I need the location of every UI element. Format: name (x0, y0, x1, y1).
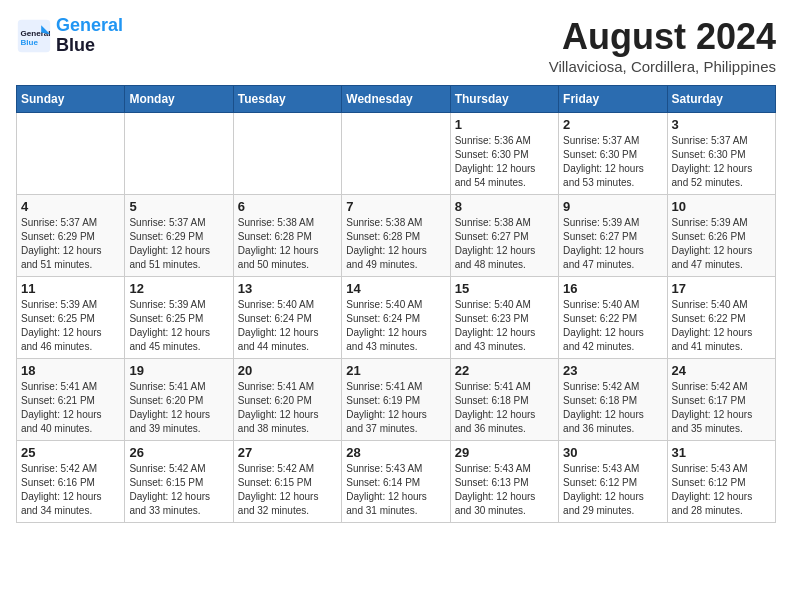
day-number: 1 (455, 117, 554, 132)
month-year: August 2024 (549, 16, 776, 58)
day-info: Sunrise: 5:39 AM Sunset: 6:26 PM Dayligh… (672, 216, 771, 272)
day-info: Sunrise: 5:38 AM Sunset: 6:27 PM Dayligh… (455, 216, 554, 272)
day-cell: 28Sunrise: 5:43 AM Sunset: 6:14 PM Dayli… (342, 441, 450, 523)
day-info: Sunrise: 5:37 AM Sunset: 6:30 PM Dayligh… (672, 134, 771, 190)
day-number: 12 (129, 281, 228, 296)
calendar-body: 1Sunrise: 5:36 AM Sunset: 6:30 PM Daylig… (17, 113, 776, 523)
day-info: Sunrise: 5:42 AM Sunset: 6:17 PM Dayligh… (672, 380, 771, 436)
header-row: SundayMondayTuesdayWednesdayThursdayFrid… (17, 86, 776, 113)
day-info: Sunrise: 5:41 AM Sunset: 6:20 PM Dayligh… (238, 380, 337, 436)
calendar-header: SundayMondayTuesdayWednesdayThursdayFrid… (17, 86, 776, 113)
day-info: Sunrise: 5:40 AM Sunset: 6:22 PM Dayligh… (672, 298, 771, 354)
day-cell: 8Sunrise: 5:38 AM Sunset: 6:27 PM Daylig… (450, 195, 558, 277)
logo-icon: General Blue (16, 18, 52, 54)
day-number: 26 (129, 445, 228, 460)
day-number: 17 (672, 281, 771, 296)
day-cell: 31Sunrise: 5:43 AM Sunset: 6:12 PM Dayli… (667, 441, 775, 523)
week-row-3: 11Sunrise: 5:39 AM Sunset: 6:25 PM Dayli… (17, 277, 776, 359)
day-cell: 3Sunrise: 5:37 AM Sunset: 6:30 PM Daylig… (667, 113, 775, 195)
day-cell: 11Sunrise: 5:39 AM Sunset: 6:25 PM Dayli… (17, 277, 125, 359)
day-cell: 4Sunrise: 5:37 AM Sunset: 6:29 PM Daylig… (17, 195, 125, 277)
day-cell: 7Sunrise: 5:38 AM Sunset: 6:28 PM Daylig… (342, 195, 450, 277)
day-cell: 18Sunrise: 5:41 AM Sunset: 6:21 PM Dayli… (17, 359, 125, 441)
day-info: Sunrise: 5:40 AM Sunset: 6:24 PM Dayligh… (238, 298, 337, 354)
day-info: Sunrise: 5:41 AM Sunset: 6:21 PM Dayligh… (21, 380, 120, 436)
week-row-4: 18Sunrise: 5:41 AM Sunset: 6:21 PM Dayli… (17, 359, 776, 441)
day-cell: 13Sunrise: 5:40 AM Sunset: 6:24 PM Dayli… (233, 277, 341, 359)
day-cell: 23Sunrise: 5:42 AM Sunset: 6:18 PM Dayli… (559, 359, 667, 441)
day-info: Sunrise: 5:43 AM Sunset: 6:13 PM Dayligh… (455, 462, 554, 518)
day-number: 23 (563, 363, 662, 378)
day-info: Sunrise: 5:43 AM Sunset: 6:12 PM Dayligh… (672, 462, 771, 518)
day-number: 21 (346, 363, 445, 378)
day-cell (125, 113, 233, 195)
day-info: Sunrise: 5:37 AM Sunset: 6:29 PM Dayligh… (21, 216, 120, 272)
day-cell (233, 113, 341, 195)
day-number: 30 (563, 445, 662, 460)
day-cell: 27Sunrise: 5:42 AM Sunset: 6:15 PM Dayli… (233, 441, 341, 523)
day-info: Sunrise: 5:39 AM Sunset: 6:25 PM Dayligh… (129, 298, 228, 354)
day-info: Sunrise: 5:42 AM Sunset: 6:16 PM Dayligh… (21, 462, 120, 518)
day-cell (342, 113, 450, 195)
column-header-monday: Monday (125, 86, 233, 113)
calendar-table: SundayMondayTuesdayWednesdayThursdayFrid… (16, 85, 776, 523)
week-row-5: 25Sunrise: 5:42 AM Sunset: 6:16 PM Dayli… (17, 441, 776, 523)
day-cell: 6Sunrise: 5:38 AM Sunset: 6:28 PM Daylig… (233, 195, 341, 277)
column-header-saturday: Saturday (667, 86, 775, 113)
day-info: Sunrise: 5:37 AM Sunset: 6:30 PM Dayligh… (563, 134, 662, 190)
day-info: Sunrise: 5:42 AM Sunset: 6:18 PM Dayligh… (563, 380, 662, 436)
location: Villaviciosa, Cordillera, Philippines (549, 58, 776, 75)
day-info: Sunrise: 5:36 AM Sunset: 6:30 PM Dayligh… (455, 134, 554, 190)
day-number: 16 (563, 281, 662, 296)
day-info: Sunrise: 5:40 AM Sunset: 6:23 PM Dayligh… (455, 298, 554, 354)
day-number: 2 (563, 117, 662, 132)
svg-text:Blue: Blue (21, 38, 39, 47)
day-number: 22 (455, 363, 554, 378)
day-number: 6 (238, 199, 337, 214)
day-cell: 19Sunrise: 5:41 AM Sunset: 6:20 PM Dayli… (125, 359, 233, 441)
title-area: August 2024 Villaviciosa, Cordillera, Ph… (549, 16, 776, 75)
day-info: Sunrise: 5:37 AM Sunset: 6:29 PM Dayligh… (129, 216, 228, 272)
day-number: 28 (346, 445, 445, 460)
day-cell: 30Sunrise: 5:43 AM Sunset: 6:12 PM Dayli… (559, 441, 667, 523)
day-info: Sunrise: 5:40 AM Sunset: 6:24 PM Dayligh… (346, 298, 445, 354)
day-cell: 21Sunrise: 5:41 AM Sunset: 6:19 PM Dayli… (342, 359, 450, 441)
day-info: Sunrise: 5:38 AM Sunset: 6:28 PM Dayligh… (346, 216, 445, 272)
day-info: Sunrise: 5:40 AM Sunset: 6:22 PM Dayligh… (563, 298, 662, 354)
column-header-friday: Friday (559, 86, 667, 113)
day-number: 4 (21, 199, 120, 214)
day-number: 10 (672, 199, 771, 214)
column-header-tuesday: Tuesday (233, 86, 341, 113)
day-info: Sunrise: 5:42 AM Sunset: 6:15 PM Dayligh… (238, 462, 337, 518)
day-cell: 29Sunrise: 5:43 AM Sunset: 6:13 PM Dayli… (450, 441, 558, 523)
day-number: 11 (21, 281, 120, 296)
day-number: 3 (672, 117, 771, 132)
page-header: General Blue GeneralBlue August 2024 Vil… (16, 16, 776, 75)
day-cell: 1Sunrise: 5:36 AM Sunset: 6:30 PM Daylig… (450, 113, 558, 195)
day-number: 27 (238, 445, 337, 460)
day-number: 24 (672, 363, 771, 378)
day-number: 31 (672, 445, 771, 460)
day-cell: 5Sunrise: 5:37 AM Sunset: 6:29 PM Daylig… (125, 195, 233, 277)
day-cell: 9Sunrise: 5:39 AM Sunset: 6:27 PM Daylig… (559, 195, 667, 277)
logo: General Blue GeneralBlue (16, 16, 123, 56)
day-cell: 10Sunrise: 5:39 AM Sunset: 6:26 PM Dayli… (667, 195, 775, 277)
day-number: 15 (455, 281, 554, 296)
day-number: 29 (455, 445, 554, 460)
day-cell: 26Sunrise: 5:42 AM Sunset: 6:15 PM Dayli… (125, 441, 233, 523)
column-header-wednesday: Wednesday (342, 86, 450, 113)
day-info: Sunrise: 5:41 AM Sunset: 6:20 PM Dayligh… (129, 380, 228, 436)
column-header-thursday: Thursday (450, 86, 558, 113)
day-info: Sunrise: 5:41 AM Sunset: 6:19 PM Dayligh… (346, 380, 445, 436)
day-number: 9 (563, 199, 662, 214)
day-info: Sunrise: 5:39 AM Sunset: 6:27 PM Dayligh… (563, 216, 662, 272)
day-cell: 2Sunrise: 5:37 AM Sunset: 6:30 PM Daylig… (559, 113, 667, 195)
day-number: 25 (21, 445, 120, 460)
day-cell: 12Sunrise: 5:39 AM Sunset: 6:25 PM Dayli… (125, 277, 233, 359)
day-number: 7 (346, 199, 445, 214)
day-info: Sunrise: 5:43 AM Sunset: 6:12 PM Dayligh… (563, 462, 662, 518)
day-number: 5 (129, 199, 228, 214)
day-info: Sunrise: 5:41 AM Sunset: 6:18 PM Dayligh… (455, 380, 554, 436)
day-cell: 16Sunrise: 5:40 AM Sunset: 6:22 PM Dayli… (559, 277, 667, 359)
day-info: Sunrise: 5:39 AM Sunset: 6:25 PM Dayligh… (21, 298, 120, 354)
